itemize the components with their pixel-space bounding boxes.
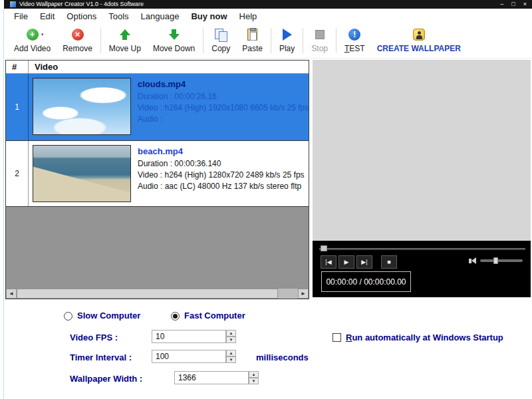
create-wallpaper-button[interactable]: CREATE WALLPAPER	[371, 23, 467, 58]
toolbar-separator	[271, 28, 271, 53]
close-button[interactable]: ×	[523, 0, 527, 9]
wallpaper-width-stepper[interactable]: ▲ ▼	[249, 371, 259, 384]
paste-icon	[247, 29, 257, 41]
wallpaper-width-input[interactable]	[174, 371, 249, 384]
next-button[interactable]: ▶|	[356, 255, 372, 269]
video-fps-label: Video FPS :	[70, 332, 118, 342]
copy-icon	[215, 29, 227, 41]
volume-slider[interactable]	[480, 259, 523, 262]
add-video-button[interactable]: +▼ Add Video	[8, 23, 57, 58]
add-video-label: Add Video	[14, 44, 51, 53]
remove-label: Remove	[63, 44, 92, 53]
spin-down-icon[interactable]: ▼	[249, 378, 259, 384]
menu-edit[interactable]: Edit	[34, 11, 61, 21]
run-at-startup-checkbox[interactable]	[332, 333, 341, 342]
video-codec-info: Video : h264 (High) 1280x720 2489 kb/s 2…	[138, 170, 309, 181]
volume-slider-thumb[interactable]	[493, 257, 498, 264]
remove-button[interactable]: × Remove	[57, 23, 98, 58]
test-button[interactable]: ! TEST	[338, 23, 371, 58]
fast-computer-label[interactable]: Fast Computer	[184, 311, 245, 321]
menu-language[interactable]: Language	[135, 11, 186, 21]
move-up-button[interactable]: Move Up	[103, 23, 147, 58]
paste-button[interactable]: Paste	[236, 23, 269, 58]
video-name: clouds.mp4	[138, 79, 309, 89]
create-wallpaper-icon	[413, 29, 425, 41]
toolbar: +▼ Add Video × Remove Move Up Move Down …	[4, 23, 532, 59]
menu-bar: File Edit Options Tools Language Buy now…	[4, 9, 532, 23]
video-preview-area	[313, 60, 531, 241]
fast-computer-radio[interactable]	[171, 312, 180, 321]
toolbar-separator	[203, 28, 203, 53]
add-video-dropdown-icon[interactable]: ▼	[41, 33, 45, 37]
seek-slider-thumb[interactable]	[321, 245, 327, 251]
play-icon	[283, 29, 292, 41]
column-header-index[interactable]: #	[6, 61, 29, 73]
spin-up-icon[interactable]: ▲	[226, 350, 236, 356]
speaker-icon	[469, 257, 476, 264]
audio-codec-info: Audio :	[138, 114, 309, 125]
test-label: TEST	[344, 44, 365, 53]
window-left-border	[3, 9, 4, 399]
video-duration: Duration : 00:00:26.16	[138, 91, 309, 102]
list-item-beach[interactable]: 2 beach.mp4 Duration : 00:00:36.140 Vide…	[6, 140, 309, 207]
video-duration: Duration : 00:00:36.140	[138, 158, 309, 170]
remove-icon: ×	[72, 29, 84, 41]
scroll-left-icon[interactable]: ◄	[6, 289, 17, 299]
play-button[interactable]: Play	[273, 23, 301, 58]
spin-down-icon[interactable]: ▼	[226, 356, 236, 363]
wallpaper-width-label: Wallpaper Width :	[70, 374, 142, 384]
window-title: Video Wallpaper Creator V1.0 - 4dots Sof…	[19, 1, 144, 7]
menu-buy-now[interactable]: Buy now	[185, 11, 233, 21]
move-up-icon	[120, 29, 130, 40]
move-down-label: Move Down	[153, 44, 195, 53]
seek-slider[interactable]	[319, 248, 525, 250]
copy-button[interactable]: Copy	[205, 23, 236, 58]
player-play-button[interactable]: ▶	[338, 255, 354, 269]
play-label: Play	[279, 44, 295, 53]
paste-label: Paste	[242, 44, 263, 53]
milliseconds-label: milliseconds	[256, 352, 309, 362]
menu-options[interactable]: Options	[61, 11, 102, 21]
toolbar-separator	[336, 28, 336, 53]
copy-label: Copy	[211, 44, 230, 53]
player-stop-button[interactable]: ■	[381, 255, 397, 269]
move-down-icon	[169, 29, 180, 40]
run-at-startup-label[interactable]: Run automatically at Windows Startup	[346, 332, 503, 342]
timer-interval-stepper[interactable]: ▲ ▼	[226, 350, 236, 363]
previous-button[interactable]: |◀	[321, 255, 336, 269]
menu-file[interactable]: File	[8, 11, 34, 21]
slow-computer-radio[interactable]	[64, 312, 72, 321]
timer-interval-label: Timer Interval :	[70, 352, 132, 362]
move-down-button[interactable]: Move Down	[147, 23, 201, 58]
app-icon	[10, 1, 16, 7]
column-header-video[interactable]: Video	[29, 61, 309, 73]
title-bar: Video Wallpaper Creator V1.0 - 4dots Sof…	[4, 0, 532, 9]
spin-up-icon[interactable]: ▲	[226, 330, 236, 336]
app-window: Video Wallpaper Creator V1.0 - 4dots Sof…	[0, 0, 532, 399]
row-number: 2	[6, 141, 29, 206]
spin-up-icon[interactable]: ▲	[249, 371, 259, 378]
menu-help[interactable]: Help	[233, 11, 263, 21]
slow-computer-label[interactable]: Slow Computer	[77, 311, 140, 321]
video-name: beach.mp4	[138, 146, 309, 156]
media-player-panel: |◀ ▶ ▶| ■ 00:00:00 / 00:00:00.00	[313, 241, 531, 297]
audio-codec-info: Audio : aac (LC) 48000 Hz 137 kb/s stere…	[138, 181, 309, 192]
stop-label: Stop	[311, 44, 328, 53]
maximize-button[interactable]: □	[511, 0, 515, 9]
video-fps-stepper[interactable]: ▲ ▼	[226, 330, 236, 343]
scroll-right-icon[interactable]: ►	[298, 289, 309, 299]
stop-button: Stop	[305, 23, 334, 58]
spin-down-icon[interactable]: ▼	[226, 336, 236, 343]
menu-tools[interactable]: Tools	[102, 11, 134, 21]
video-fps-input[interactable]	[152, 330, 226, 343]
list-header: # Video	[6, 61, 309, 74]
minimize-button[interactable]: –	[500, 0, 503, 9]
video-thumbnail-beach	[33, 145, 131, 202]
timer-interval-input[interactable]	[152, 350, 226, 363]
list-item-clouds[interactable]: 1 clouds.mp4 Duration : 00:00:26.16 Vide…	[6, 74, 309, 140]
scrollbar-thumb[interactable]	[17, 289, 278, 299]
horizontal-scrollbar[interactable]: ◄ ►	[6, 288, 309, 299]
row-number: 1	[6, 74, 29, 140]
create-wallpaper-label: CREATE WALLPAPER	[377, 44, 461, 53]
video-codec-info: Video : h264 (High) 1920x1080 6605 kb/s …	[138, 102, 309, 114]
